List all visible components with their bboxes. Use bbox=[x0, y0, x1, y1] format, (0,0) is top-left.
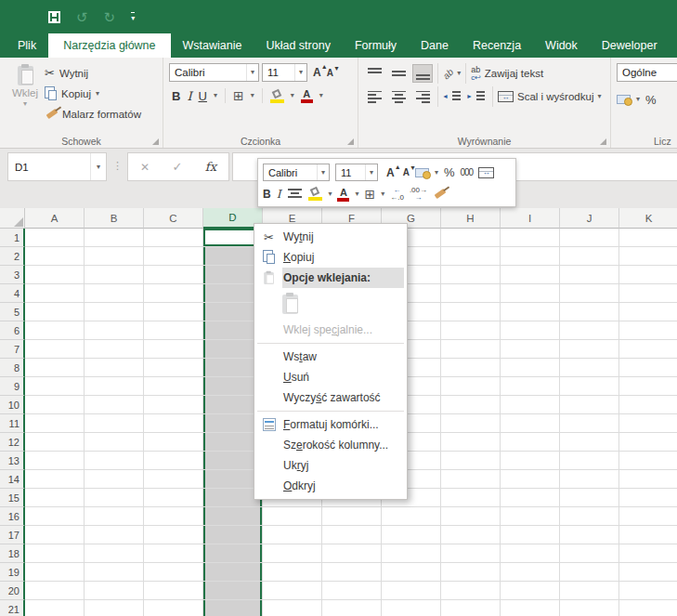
cell-H20[interactable] bbox=[441, 582, 501, 600]
cell-K4[interactable] bbox=[619, 284, 677, 303]
cell-I7[interactable] bbox=[501, 340, 560, 359]
cell-A3[interactable] bbox=[25, 266, 85, 284]
chevron-down-icon[interactable]: ▾ bbox=[636, 96, 640, 103]
cell-H11[interactable] bbox=[441, 414, 501, 433]
tab-układ-strony[interactable]: Układ strony bbox=[254, 33, 342, 58]
cell-K15[interactable] bbox=[619, 489, 677, 507]
mini-comma-style-button[interactable]: 000 bbox=[460, 167, 473, 177]
cell-C7[interactable] bbox=[144, 340, 203, 359]
cell-B6[interactable] bbox=[85, 321, 144, 340]
cell-A11[interactable] bbox=[25, 414, 85, 433]
cell-B13[interactable] bbox=[85, 452, 144, 470]
cell-I1[interactable] bbox=[501, 229, 560, 247]
cell-C16[interactable] bbox=[144, 507, 203, 526]
decrease-indent-button[interactable]: ◄ bbox=[443, 87, 463, 106]
cell-A4[interactable] bbox=[25, 284, 85, 303]
cell-J4[interactable] bbox=[560, 284, 619, 303]
wrap-text-button[interactable]: Zawijaj tekst bbox=[485, 68, 543, 79]
cell-A16[interactable] bbox=[25, 507, 85, 526]
cell-B8[interactable] bbox=[85, 359, 144, 377]
mini-accounting-format-button[interactable] bbox=[415, 168, 429, 177]
tab-wstawianie[interactable]: Wstawianie bbox=[171, 33, 254, 58]
cell-B15[interactable] bbox=[85, 489, 144, 507]
cell-H6[interactable] bbox=[441, 321, 501, 340]
cell-H18[interactable] bbox=[441, 544, 501, 563]
mini-fill-color-button[interactable] bbox=[308, 187, 322, 201]
cell-C8[interactable] bbox=[144, 359, 203, 377]
chevron-down-icon[interactable]: ▾ bbox=[214, 92, 217, 99]
chevron-down-icon[interactable]: ▾ bbox=[381, 190, 384, 198]
cell-J3[interactable] bbox=[560, 266, 619, 284]
cell-B21[interactable] bbox=[85, 600, 144, 616]
cell-H17[interactable] bbox=[441, 526, 501, 544]
cell-H4[interactable] bbox=[441, 284, 501, 303]
cell-J14[interactable] bbox=[560, 470, 619, 489]
align-bottom-button[interactable] bbox=[412, 64, 433, 83]
cell-A8[interactable] bbox=[25, 359, 85, 377]
column-header-k[interactable]: K bbox=[619, 208, 677, 229]
cell-K20[interactable] bbox=[619, 582, 677, 600]
dialog-launcher-icon[interactable] bbox=[600, 138, 606, 145]
tab-en[interactable]: en bbox=[670, 33, 677, 58]
cell-I17[interactable] bbox=[501, 526, 560, 544]
cell-D21[interactable] bbox=[203, 600, 263, 616]
cell-C17[interactable] bbox=[144, 526, 203, 544]
cell-C3[interactable] bbox=[144, 266, 203, 284]
cell-D16[interactable] bbox=[203, 507, 263, 526]
column-header-i[interactable]: I bbox=[501, 208, 560, 229]
row-header-12[interactable]: 12 bbox=[0, 433, 25, 452]
chevron-down-icon[interactable]: ▾ bbox=[355, 190, 358, 198]
row-header-14[interactable]: 14 bbox=[0, 470, 25, 489]
chevron-down-icon[interactable]: ▾ bbox=[597, 93, 601, 100]
align-center-button[interactable] bbox=[388, 87, 409, 106]
cell-B17[interactable] bbox=[85, 526, 144, 544]
row-header-18[interactable]: 18 bbox=[0, 544, 25, 563]
cell-I5[interactable] bbox=[501, 303, 560, 321]
row-header-7[interactable]: 7 bbox=[0, 340, 25, 359]
cell-G16[interactable] bbox=[382, 507, 441, 526]
cell-B9[interactable] bbox=[85, 377, 144, 396]
cell-H21[interactable] bbox=[441, 600, 501, 616]
dialog-launcher-icon[interactable] bbox=[347, 138, 354, 145]
row-header-15[interactable]: 15 bbox=[0, 489, 25, 507]
cell-C18[interactable] bbox=[144, 544, 203, 563]
cell-J18[interactable] bbox=[560, 544, 619, 563]
chevron-down-icon[interactable]: ▾ bbox=[328, 190, 332, 198]
cut-button[interactable]: ✂ Wytnij bbox=[45, 64, 141, 82]
merge-center-button[interactable]: Scal i wyśrodkuj bbox=[517, 91, 593, 102]
cell-I4[interactable] bbox=[501, 284, 560, 303]
mini-percent-style-button[interactable]: % bbox=[444, 165, 455, 179]
cell-J8[interactable] bbox=[560, 359, 619, 377]
tab-recenzja[interactable]: Recenzja bbox=[461, 33, 533, 58]
mini-borders-button[interactable]: ⊞ bbox=[364, 188, 375, 201]
chevron-down-icon[interactable]: ▾ bbox=[90, 153, 106, 180]
cell-B7[interactable] bbox=[85, 340, 144, 359]
menu-item-delete[interactable]: Usuń bbox=[255, 367, 406, 387]
cell-C15[interactable] bbox=[144, 489, 203, 507]
enter-icon[interactable]: ✓ bbox=[173, 160, 183, 174]
cell-C11[interactable] bbox=[144, 414, 203, 433]
borders-button[interactable]: ⊞ bbox=[233, 89, 244, 102]
cell-G19[interactable] bbox=[382, 563, 441, 582]
chevron-down-icon[interactable]: ▾ bbox=[251, 92, 254, 99]
row-header-2[interactable]: 2 bbox=[0, 247, 25, 266]
orientation-button[interactable]: ab bbox=[441, 66, 456, 81]
cell-A15[interactable] bbox=[25, 489, 85, 507]
cell-D17[interactable] bbox=[203, 526, 263, 544]
cell-I10[interactable] bbox=[501, 396, 560, 414]
format-painter-button[interactable]: Malarz formatów bbox=[45, 105, 141, 123]
mini-decrease-font-size-button[interactable]: A▼ bbox=[403, 167, 410, 177]
cell-A9[interactable] bbox=[25, 377, 85, 396]
mini-font-size-combo[interactable]: 11 ▾ bbox=[335, 164, 378, 181]
align-top-button[interactable] bbox=[364, 64, 384, 83]
cell-A13[interactable] bbox=[25, 452, 85, 470]
column-header-j[interactable]: J bbox=[560, 208, 619, 229]
name-box[interactable]: D1 ▾ bbox=[7, 152, 107, 181]
cell-H19[interactable] bbox=[441, 563, 501, 582]
cell-B12[interactable] bbox=[85, 433, 144, 452]
save-icon[interactable] bbox=[48, 11, 60, 23]
mini-format-painter-button[interactable] bbox=[435, 189, 447, 199]
cell-A10[interactable] bbox=[25, 396, 85, 414]
formula-bar-splitter[interactable]: ⋮ bbox=[112, 160, 123, 172]
tab-widok[interactable]: Widok bbox=[533, 33, 590, 58]
